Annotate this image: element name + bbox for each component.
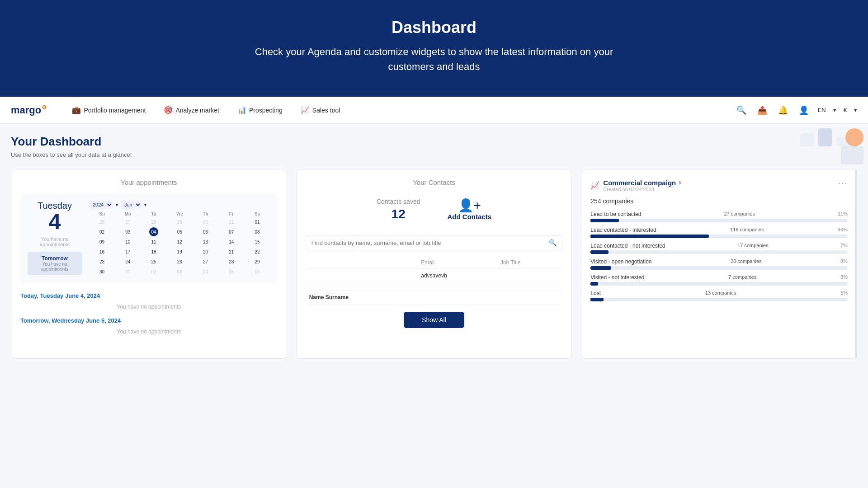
calendar-day[interactable]: 13 — [201, 237, 210, 246]
calendar-day[interactable]: 03 — [123, 227, 132, 236]
currency-arrow[interactable]: ▾ — [854, 107, 857, 113]
calendar-day[interactable]: 17 — [123, 247, 132, 256]
nav-portfolio-label: Portfolio management — [84, 107, 146, 114]
search-icon[interactable]: 🔍 — [735, 103, 748, 117]
calendar-day[interactable]: 02 — [98, 227, 107, 236]
day-number: 4 — [28, 211, 82, 233]
contacts-table: Email Job Title advsavevb — [306, 257, 563, 305]
contact-email-3 — [417, 291, 497, 305]
calendar-day[interactable]: 07 — [227, 227, 236, 236]
logo-dot: ° — [42, 103, 47, 117]
campaign-header: 📈 Commercial compaign › Created on 02/24… — [590, 178, 848, 192]
logo[interactable]: margo° — [11, 103, 47, 117]
calendar-day[interactable]: 19 — [175, 247, 184, 256]
scrollbar[interactable] — [855, 169, 857, 358]
nav-sales[interactable]: 📈 Sales tool — [293, 102, 347, 118]
calendar-day[interactable]: 25 — [149, 257, 158, 266]
user-icon[interactable]: 👤 — [797, 103, 811, 117]
navbar: margo° 💼 Portfolio management 🎯 Analyze … — [0, 97, 868, 124]
language-selector[interactable]: EN — [818, 107, 826, 113]
calendar-day[interactable]: 16 — [98, 247, 107, 256]
calendar-day[interactable]: 27 — [201, 257, 210, 266]
add-contacts-label[interactable]: Add Contacts — [447, 213, 491, 221]
month-selector[interactable]: Jun — [121, 201, 142, 209]
calendar-day[interactable]: 27 — [123, 217, 132, 226]
lead-count: 7 companies — [728, 274, 756, 281]
calendar-days-header: Su Mo Tu We Th Fr Sa — [89, 211, 270, 216]
calendar-day[interactable]: 29 — [253, 257, 262, 266]
calendar-day[interactable]: 02 — [149, 267, 158, 276]
show-all-button[interactable]: Show All — [404, 312, 464, 328]
calendar-day[interactable]: 03 — [175, 267, 184, 276]
calendar-day[interactable]: 06 — [201, 227, 210, 236]
calendar-day[interactable]: 23 — [98, 257, 107, 266]
calendar-day[interactable]: 28 — [227, 257, 236, 266]
contact-email-1: advsavevb — [417, 269, 497, 283]
calendar-day[interactable]: 08 — [253, 227, 262, 236]
today-no-appt: You have no appointments — [28, 236, 82, 247]
campaign-options-icon[interactable]: ··· — [838, 178, 848, 188]
nav-portfolio[interactable]: 💼 Portfolio management — [65, 102, 153, 118]
calendar-day[interactable]: 31 — [227, 217, 236, 226]
calendar-day[interactable]: 24 — [123, 257, 132, 266]
year-selector[interactable]: 2024 — [89, 201, 113, 209]
lead-count: 13 companies — [705, 290, 736, 296]
calendar-day[interactable]: 28 — [149, 217, 158, 226]
calendar-day[interactable]: 06 — [253, 267, 262, 276]
lead-row: Lead contacted - interested 116 companie… — [590, 227, 848, 238]
tomorrow-button[interactable]: Tomorrow You have no appointments — [28, 252, 82, 275]
lead-name: Lead contacted - interested — [590, 227, 656, 233]
cal-header-sa: Sa — [244, 211, 270, 216]
hero-subtitle: Check your Agenda and customize widgets … — [253, 44, 615, 74]
contacts-stats: Contacts saved 12 👤+ Add Contacts — [306, 193, 563, 226]
svg-point-3 — [845, 128, 863, 146]
calendar-day[interactable]: 10 — [123, 237, 132, 246]
progress-bar-fill — [590, 235, 709, 238]
search-icon[interactable]: 🔍 — [549, 239, 557, 246]
calendar-day[interactable]: 29 — [175, 217, 184, 226]
progress-bar-fill — [590, 266, 611, 270]
calendar-day[interactable]: 12 — [175, 237, 184, 246]
progress-bar-fill — [590, 219, 619, 222]
campaign-title-area: 📈 Commercial compaign › Created on 02/24… — [590, 178, 681, 192]
calendar-day[interactable]: 11 — [149, 237, 158, 246]
calendar-day[interactable]: 22 — [253, 247, 262, 256]
calendar-day[interactable]: 15 — [253, 237, 262, 246]
currency-selector[interactable]: ▾ — [833, 107, 836, 113]
calendar-grid: Su Mo Tu We Th Fr Sa 2627282930310102030… — [89, 211, 270, 276]
analyze-icon: 🎯 — [164, 106, 173, 114]
contacts-widget: Your Contacts Contacts saved 12 👤+ Add C… — [296, 169, 572, 359]
calendar-day[interactable]: 18 — [149, 247, 158, 256]
calendar-day[interactable]: 05 — [175, 227, 184, 236]
contact-email-2 — [417, 283, 497, 291]
calendar-day[interactable]: 05 — [227, 267, 236, 276]
campaign-title: Commercial compaign — [603, 179, 676, 187]
calendar-day[interactable]: 04 — [149, 227, 158, 236]
upload-icon[interactable]: 📤 — [755, 103, 769, 117]
campaign-chevron-icon[interactable]: › — [679, 178, 681, 187]
contacts-table-header: Email Job Title — [306, 257, 563, 269]
companies-total: 254 companies — [590, 197, 848, 205]
progress-bar-bg — [590, 219, 848, 222]
calendar-day[interactable]: 01 — [253, 217, 262, 226]
add-contacts-box[interactable]: 👤+ Add Contacts — [447, 198, 491, 221]
calendar-day[interactable]: 01 — [123, 267, 132, 276]
calendar-day[interactable]: 20 — [201, 247, 210, 256]
calendar-day[interactable]: 26 — [98, 217, 107, 226]
calendar-day[interactable]: 09 — [98, 237, 107, 246]
calendar-day[interactable]: 04 — [201, 267, 210, 276]
nav-prospecting[interactable]: 📊 Prospecting — [230, 102, 290, 118]
today-appt-msg: You have no appointments — [20, 301, 278, 313]
calendar-day[interactable]: 14 — [227, 237, 236, 246]
tomorrow-appt-msg: You have no appointments — [20, 326, 278, 338]
currency-value[interactable]: € — [844, 107, 847, 113]
calendar-day[interactable]: 30 — [98, 267, 107, 276]
nav-analyze[interactable]: 🎯 Analyze market — [156, 102, 226, 118]
contact-job-3 — [497, 291, 562, 305]
bell-icon[interactable]: 🔔 — [776, 103, 790, 117]
calendar-day[interactable]: 30 — [201, 217, 210, 226]
campaign-title-text: Commercial compaign › Created on 02/24/2… — [603, 178, 681, 192]
contacts-search-input[interactable] — [311, 239, 549, 246]
calendar-day[interactable]: 21 — [227, 247, 236, 256]
calendar-day[interactable]: 26 — [175, 257, 184, 266]
